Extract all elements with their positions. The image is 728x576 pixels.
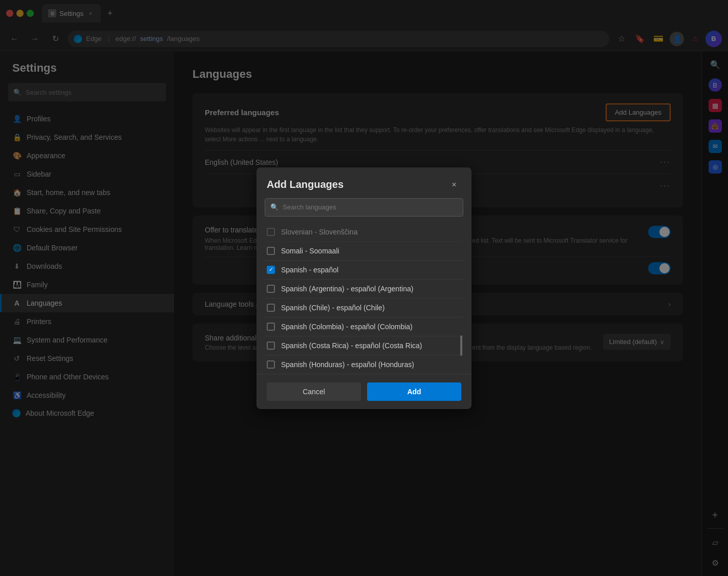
list-item-spanish-chile: Spanish (Chile) - español (Chile) [265, 298, 463, 317]
list-item-somali: Somali - Soomaali [265, 242, 463, 261]
modal-search-icon: 🔍 [270, 203, 279, 211]
modal-footer: Cancel Add [256, 374, 472, 409]
lang-slovenian: Slovenian - Slovenščina [281, 228, 357, 236]
list-item-spanish-honduras: Spanish (Honduras) - español (Honduras) [265, 355, 463, 374]
list-item-spanish-argentina: Spanish (Argentina) - español (Argentina… [265, 280, 463, 298]
modal-overlay: Add Languages × 🔍 Slovenian - Slovenščin… [0, 0, 728, 576]
lang-spanish-costarica: Spanish (Costa Rica) - español (Costa Ri… [281, 342, 422, 350]
modal-search-box[interactable]: 🔍 [265, 198, 463, 217]
checkbox-spanish-chile[interactable] [267, 304, 275, 312]
lang-spanish-chile: Spanish (Chile) - español (Chile) [281, 304, 384, 312]
list-item-spanish-costarica: Spanish (Costa Rica) - español (Costa Ri… [265, 336, 463, 355]
checkbox-spanish-honduras[interactable] [267, 360, 275, 369]
list-item-spanish-colombia: Spanish (Colombia) - español (Colombia) [265, 317, 463, 336]
checkbox-spanish[interactable] [267, 266, 275, 274]
checkbox-somali[interactable] [267, 247, 275, 255]
lang-somali: Somali - Soomaali [281, 247, 339, 255]
list-item-slovenian: Slovenian - Slovenščina [265, 223, 463, 242]
list-item-spanish: Spanish - español [265, 261, 463, 280]
modal-search-input[interactable] [283, 203, 458, 211]
checkbox-slovenian[interactable] [267, 228, 275, 236]
checkbox-spanish-argentina[interactable] [267, 285, 275, 293]
modal-close-button[interactable]: × [447, 178, 461, 192]
modal-header: Add Languages × [256, 167, 472, 198]
checkbox-spanish-colombia[interactable] [267, 323, 275, 331]
checkbox-spanish-costarica[interactable] [267, 342, 275, 350]
add-languages-modal: Add Languages × 🔍 Slovenian - Slovenščin… [256, 167, 472, 409]
lang-spanish: Spanish - español [281, 266, 338, 274]
cancel-button[interactable]: Cancel [267, 382, 361, 401]
modal-title: Add Languages [267, 179, 344, 190]
lang-spanish-honduras: Spanish (Honduras) - español (Honduras) [281, 360, 414, 369]
lang-spanish-argentina: Spanish (Argentina) - español (Argentina… [281, 285, 413, 293]
modal-language-list: Slovenian - Slovenščina Somali - Soomaal… [256, 223, 472, 374]
lang-spanish-colombia: Spanish (Colombia) - español (Colombia) [281, 323, 413, 331]
add-button[interactable]: Add [367, 382, 461, 401]
scrollbar-indicator [460, 335, 462, 356]
